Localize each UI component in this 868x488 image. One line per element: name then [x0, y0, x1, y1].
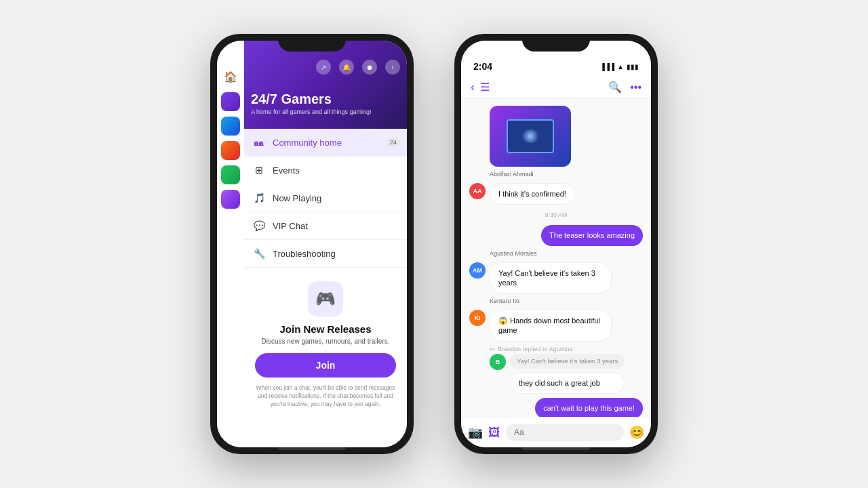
signal-icon: ▐▐▐	[600, 63, 614, 70]
bubble-confirmed: I think it's confirmed!	[490, 183, 575, 205]
troubleshooting-icon: 🔧	[252, 247, 266, 260]
bubble-cant-wait: can't wait to play this game!	[535, 398, 643, 417]
emoji-icon[interactable]: 😊	[629, 425, 644, 440]
menu-item-now-playing[interactable]: 🎵 Now Playing	[244, 184, 407, 212]
group-banner: ↗ 🔔 ⏺ › 24/7 Gamers A home for all gamer…	[244, 41, 407, 129]
battery-icon: ▮▮▮	[627, 63, 639, 70]
join-title: Join New Releases	[279, 323, 371, 335]
phone-right: 2:04 ▐▐▐ ▲ ▮▮▮ ‹ ☰ 🔍 •••	[454, 34, 658, 454]
sender-label-abolfazi: Abolfazi Ahmadi	[490, 171, 643, 178]
record-icon[interactable]: ⏺	[362, 60, 377, 75]
bubble-teaser: The teaser looks amazing	[541, 225, 643, 245]
like-button[interactable]: 👍	[650, 423, 651, 442]
share-icon[interactable]: ↗	[316, 60, 331, 75]
message-row-cant-wait: can't wait to play this game!	[469, 398, 643, 417]
reply-icon: ↩	[490, 346, 495, 352]
timestamp-930: 9:30 AM	[469, 211, 643, 218]
bubble-3years: Yay! Can't believe it's taken 3 years	[490, 262, 612, 294]
image-icon[interactable]: 🖼	[488, 426, 500, 440]
community-home-icon: 🏘	[252, 136, 266, 149]
glow-effect	[520, 129, 540, 143]
chevron-right-icon[interactable]: ›	[385, 60, 400, 75]
avatar-abolfazi: AA	[469, 183, 486, 199]
sidebar: 🏠	[217, 41, 244, 447]
channel-menu: 🏘 Community home 24 ⊞ Events 🎵 Now Playi…	[244, 129, 407, 268]
bubble-reply-quote: Yay! Can't believe it's taken 3 years	[510, 354, 625, 369]
message-list: Abolfazi Ahmadi AA I think it's confirme…	[461, 99, 651, 417]
image-message	[490, 106, 571, 167]
wifi-icon: ▲	[617, 63, 624, 70]
bubble-beautiful: 😱 Hands down most beautiful game	[490, 310, 612, 342]
home-indicator-right	[522, 447, 590, 450]
notch-right	[522, 34, 590, 52]
bell-icon[interactable]: 🔔	[339, 60, 354, 75]
chat-header: ‹ ☰ 🔍 •••	[461, 76, 651, 99]
home-indicator-left	[278, 447, 346, 450]
join-panel: 🎮 Join New Releases Discuss new games, r…	[244, 270, 407, 447]
image-thumbnail	[490, 106, 571, 167]
avatar-kentaro: KI	[469, 310, 486, 326]
back-icon[interactable]: ‹	[471, 80, 475, 94]
sender-label-kentaro: Kentaro Ito	[490, 298, 643, 304]
join-description: Discuss new games, rumours, and trailers…	[262, 338, 390, 345]
notch-left	[278, 34, 346, 52]
menu-label-vip-chat: VIP Chat	[273, 221, 308, 231]
menu-item-community-home[interactable]: 🏘 Community home 24	[244, 129, 407, 157]
main-content: ↗ 🔔 ⏺ › 24/7 Gamers A home for all gamer…	[244, 41, 407, 447]
sidebar-avatar-4[interactable]	[221, 165, 240, 184]
vip-chat-icon: 💬	[252, 219, 266, 232]
sender-label-agustina: Agustina Morales	[490, 250, 643, 257]
gamepad-icon: 🎮	[315, 289, 336, 308]
sidebar-avatar-5[interactable]	[221, 190, 240, 209]
bubble-great-job: they did such a great job	[510, 372, 625, 394]
status-time: 2:04	[473, 61, 492, 72]
menu-label-community-home: Community home	[273, 138, 342, 148]
menu-label-now-playing: Now Playing	[273, 193, 321, 203]
phone-left: 🏠 ↗ 🔔 ⏺ › 24/7 Gamers A home for all	[210, 34, 414, 454]
join-note: When you join a chat, you'll be able to …	[255, 384, 396, 409]
screen-visual	[507, 119, 554, 153]
message-row-beautiful: KI 😱 Hands down most beautiful game	[469, 310, 643, 342]
menu-label-troubleshooting: Troubleshooting	[273, 249, 336, 259]
join-channel-icon: 🎮	[308, 281, 343, 317]
search-icon[interactable]: 🔍	[608, 81, 622, 94]
message-row-teaser: The teaser looks amazing	[469, 225, 643, 245]
input-bar: 📷 🖼 😊 👍	[461, 417, 651, 447]
sidebar-avatar-1[interactable]	[221, 92, 240, 111]
reply-message-block: ↩ Brandon replied to Agustina B Yay! Can…	[490, 346, 643, 394]
group-subtitle: A home for all gamers and all things gam…	[251, 108, 372, 115]
reply-label: ↩ Brandon replied to Agustina	[490, 346, 643, 352]
reply-row: B Yay! Can't believe it's taken 3 years …	[490, 354, 643, 394]
avatar-agustina: AM	[469, 262, 486, 279]
menu-label-events: Events	[273, 165, 300, 176]
group-name: 24/7 Gamers	[251, 92, 372, 107]
avatar-brandon: B	[490, 354, 506, 370]
banner-actions: ↗ 🔔 ⏺ ›	[316, 60, 400, 75]
join-button[interactable]: Join	[255, 353, 396, 378]
camera-icon[interactable]: 📷	[468, 425, 483, 440]
sidebar-avatar-2[interactable]	[221, 117, 240, 136]
menu-item-troubleshooting[interactable]: 🔧 Troubleshooting	[244, 240, 407, 268]
status-icons: ▐▐▐ ▲ ▮▮▮	[600, 63, 639, 70]
reply-attribution: Brandon replied to Agustina	[498, 346, 573, 352]
sidebar-avatar-3[interactable]	[221, 141, 240, 160]
banner-title-block: 24/7 Gamers A home for all gamers and al…	[251, 92, 372, 115]
message-row-3years: AM Yay! Can't believe it's taken 3 years	[469, 262, 643, 294]
menu-icon[interactable]: ☰	[480, 81, 490, 94]
more-options-icon[interactable]: •••	[630, 81, 642, 94]
sidebar-home-icon[interactable]: 🏠	[220, 66, 241, 87]
events-icon: ⊞	[252, 163, 266, 177]
menu-item-events[interactable]: ⊞ Events	[244, 157, 407, 184]
message-row-confirmed: AA I think it's confirmed!	[469, 183, 643, 205]
menu-item-vip-chat[interactable]: 💬 VIP Chat	[244, 212, 407, 240]
now-playing-icon: 🎵	[252, 191, 266, 205]
message-input[interactable]	[506, 424, 624, 441]
badge-community-home: 24	[387, 138, 400, 146]
